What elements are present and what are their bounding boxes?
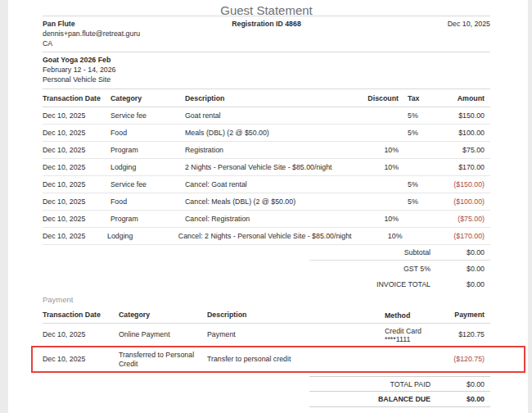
charge-tax: 5% bbox=[399, 197, 440, 206]
charge-description: Cancel: Meals (DBL) (2 @ $50.00) bbox=[185, 197, 345, 206]
payments-header-date: Transaction Date bbox=[43, 311, 119, 320]
guest-email: dennis+pan.flute@retreat.guru bbox=[43, 30, 206, 39]
charge-description: Meals (DBL) (2 @ $50.00) bbox=[185, 129, 345, 138]
payments-header-description: Description bbox=[207, 311, 385, 320]
event-dates: February 12 - 14, 2026 bbox=[43, 66, 490, 75]
charge-row-cancelled: Dec 10, 2025 Food Cancel: Meals (DBL) (2… bbox=[43, 193, 490, 211]
registration-id: Registration ID 4868 bbox=[206, 20, 327, 29]
charge-date: Dec 10, 2025 bbox=[43, 111, 110, 120]
payment-date: Dec 10, 2025 bbox=[43, 355, 119, 364]
charge-date: Dec 10, 2025 bbox=[43, 180, 110, 189]
charges-header-description: Description bbox=[185, 94, 345, 103]
subtotal-value: $0.00 bbox=[431, 248, 490, 256]
gst-label: GST 5% bbox=[309, 265, 431, 273]
charge-discount: 10% bbox=[345, 163, 399, 172]
guest-info-section: Pan Flute dennis+pan.flute@retreat.guru … bbox=[43, 16, 490, 52]
payment-date: Dec 10, 2025 bbox=[43, 330, 119, 339]
charge-amount-negative: ($100.00) bbox=[440, 197, 490, 206]
charge-amount-negative: ($150.00) bbox=[440, 180, 490, 189]
charges-header-category: Category bbox=[110, 94, 185, 103]
charge-discount: 10% bbox=[345, 146, 399, 155]
statement-page: Guest Statement Pan Flute dennis+pan.flu… bbox=[8, 0, 528, 413]
payment-row: Dec 10, 2025 Online Payment Payment Cred… bbox=[43, 324, 490, 347]
guest-region: CA bbox=[43, 39, 206, 49]
charge-date: Dec 10, 2025 bbox=[43, 232, 107, 241]
charge-date: Dec 10, 2025 bbox=[43, 197, 110, 206]
event-name: Goat Yoga 2026 Feb bbox=[43, 56, 490, 66]
charge-date: Dec 10, 2025 bbox=[43, 163, 110, 172]
charge-row: Dec 10, 2025 Food Meals (DBL) (2 @ $50.0… bbox=[43, 125, 490, 142]
charge-date: Dec 10, 2025 bbox=[43, 146, 110, 155]
payment-method-type: Credit Card bbox=[385, 327, 442, 335]
charge-amount: $170.00 bbox=[440, 163, 490, 172]
charge-description: 2 Nights - Personal Vehicle Site - $85.0… bbox=[185, 163, 345, 172]
invoice-total-label: INVOICE TOTAL bbox=[309, 280, 431, 288]
charge-description: Registration bbox=[185, 146, 345, 155]
charge-row: Dec 10, 2025 Program Registration 10% $7… bbox=[43, 142, 490, 159]
subtotal-label: Subtotal bbox=[309, 248, 431, 256]
payment-method: Credit Card ****1111 bbox=[385, 327, 442, 343]
payments-header-payment: Payment bbox=[442, 311, 490, 320]
charge-description: Cancel: Goat rental bbox=[185, 180, 345, 189]
screenshot-root: { "title": "Guest Statement", "guest": {… bbox=[0, 0, 532, 413]
charge-category: Food bbox=[110, 197, 185, 206]
charges-header-tax: Tax bbox=[399, 94, 440, 103]
total-paid-row: TOTAL PAID $0.00 bbox=[309, 376, 490, 392]
charge-row-cancelled: Dec 10, 2025 Program Cancel: Registratio… bbox=[43, 211, 490, 228]
charge-row: Dec 10, 2025 Service fee Goat rental 5% … bbox=[43, 107, 490, 125]
gst-row: GST 5% $0.00 bbox=[309, 261, 490, 276]
charge-category: Program bbox=[110, 215, 185, 224]
charge-date: Dec 10, 2025 bbox=[43, 129, 110, 138]
payments-header-category: Category bbox=[119, 311, 207, 320]
charge-tax: 5% bbox=[399, 129, 440, 138]
charge-amount: $75.00 bbox=[440, 146, 490, 155]
payment-amount: $120.75 bbox=[442, 330, 490, 339]
total-paid-label: TOTAL PAID bbox=[309, 380, 431, 388]
charge-category: Service fee bbox=[110, 180, 185, 189]
payment-section-title: Payment bbox=[43, 295, 490, 305]
total-paid-value: $0.00 bbox=[431, 380, 490, 388]
charge-description: Cancel: 2 Nights - Personal Vehicle Site… bbox=[178, 232, 352, 241]
charges-header-date: Transaction Date bbox=[43, 94, 110, 103]
balance-due-row: BALANCE DUE $0.00 bbox=[309, 392, 490, 407]
payment-description: Transfer to personal credit bbox=[207, 355, 385, 364]
charge-discount: 10% bbox=[345, 215, 399, 224]
charge-category: Service fee bbox=[110, 111, 185, 120]
payment-description: Payment bbox=[207, 330, 385, 339]
charges-header-amount: Amount bbox=[440, 94, 490, 103]
charge-row: Dec 10, 2025 Lodging 2 Nights - Personal… bbox=[43, 159, 490, 176]
invoice-totals: Subtotal $0.00 GST 5% $0.00 INVOICE TOTA… bbox=[43, 245, 490, 292]
payment-method-card-number: ****1111 bbox=[385, 335, 442, 343]
balance-due-label: BALANCE DUE bbox=[309, 395, 431, 403]
event-site: Personal Vehicle Site bbox=[43, 75, 490, 85]
charge-category: Lodging bbox=[107, 232, 178, 241]
charge-category: Lodging bbox=[110, 163, 185, 172]
charges-table: Transaction Date Category Description Di… bbox=[43, 89, 490, 245]
charge-description: Cancel: Registration bbox=[185, 215, 345, 224]
charge-category: Program bbox=[110, 146, 185, 155]
invoice-total-value: $0.00 bbox=[431, 280, 490, 288]
payment-category: Transferred to Personal Credit bbox=[119, 351, 207, 369]
charge-amount-negative: ($75.00) bbox=[440, 215, 490, 224]
statement-date: Dec 10, 2025 bbox=[327, 20, 490, 29]
payment-row-transfer-highlighted: Dec 10, 2025 Transferred to Personal Cre… bbox=[43, 347, 490, 373]
charge-date: Dec 10, 2025 bbox=[43, 215, 110, 224]
charge-discount: 10% bbox=[352, 232, 403, 241]
charge-amount: $100.00 bbox=[440, 129, 490, 138]
guest-name: Pan Flute bbox=[43, 20, 206, 30]
event-info-section: Goat Yoga 2026 Feb February 12 - 14, 202… bbox=[43, 52, 490, 88]
charge-amount: $150.00 bbox=[440, 111, 490, 120]
payment-amount-negative: ($120.75) bbox=[442, 355, 490, 364]
subtotal-row: Subtotal $0.00 bbox=[309, 245, 490, 261]
charge-row-cancelled: Dec 10, 2025 Service fee Cancel: Goat re… bbox=[43, 176, 490, 193]
payment-category: Online Payment bbox=[119, 330, 207, 339]
charge-description: Goat rental bbox=[185, 111, 345, 120]
payments-header-method: Method bbox=[385, 311, 442, 320]
payment-totals: TOTAL PAID $0.00 BALANCE DUE $0.00 bbox=[43, 376, 490, 407]
payments-table: Transaction Date Category Description Me… bbox=[43, 305, 490, 373]
charge-category: Food bbox=[110, 129, 185, 138]
charge-amount-negative: ($170.00) bbox=[442, 232, 490, 241]
gst-value: $0.00 bbox=[431, 265, 490, 273]
page-title: Guest Statement bbox=[43, 0, 490, 16]
charges-header-discount: Discount bbox=[345, 94, 399, 103]
